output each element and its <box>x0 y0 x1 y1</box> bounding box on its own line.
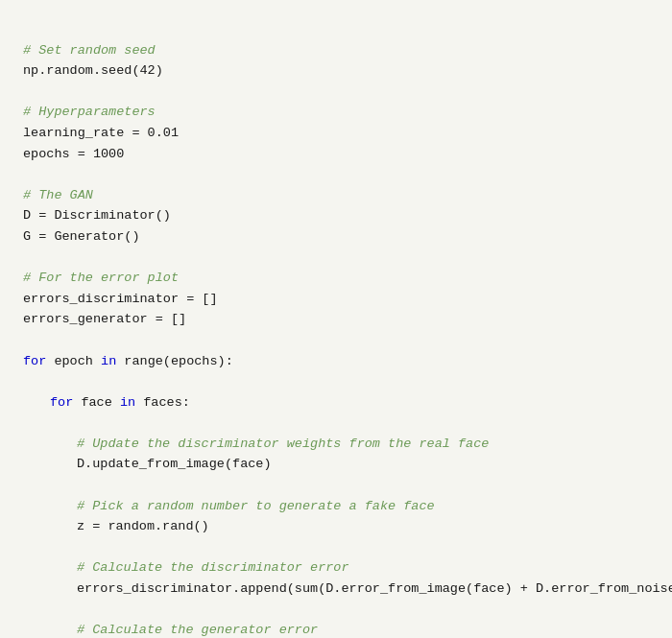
comment-text: # Calculate the generator error <box>77 623 318 637</box>
comment-text: # Calculate the discriminator error <box>77 560 349 575</box>
code-line: # Calculate the discriminator error <box>23 557 649 579</box>
code-line <box>23 248 649 269</box>
keyword-line: for epoch in range(epochs): <box>23 354 233 368</box>
code-line: D = Discriminator() <box>23 205 649 226</box>
code-line: errors_discriminator.append(sum(D.error_… <box>23 579 649 600</box>
code-line: epochs = 1000 <box>23 144 649 165</box>
normal-text: epochs = 1000 <box>23 147 124 161</box>
code-editor: # Set random seednp.random.seed(42) # Hy… <box>23 19 649 638</box>
normal-text: z = random.rand() <box>77 519 209 533</box>
normal-text: D = Discriminator() <box>23 208 171 223</box>
code-line <box>23 164 649 185</box>
code-line <box>23 413 649 434</box>
code-line: # The GAN <box>23 185 649 206</box>
code-line <box>23 537 649 558</box>
normal-text: learning_rate = 0.01 <box>23 126 179 140</box>
keyword-for: for <box>50 395 73 410</box>
code-line: np.random.seed(42) <box>23 60 649 82</box>
keyword-for: for <box>23 354 46 368</box>
keyword-line: for face in faces: <box>50 395 190 410</box>
code-line: errors_generator = [] <box>23 309 649 330</box>
code-line: learning_rate = 0.01 <box>23 123 649 144</box>
normal-text: errors_discriminator.append(sum(D.error_… <box>77 581 672 596</box>
comment-text: # Hyperparameters <box>23 105 156 119</box>
code-line: # Set random seed <box>23 40 649 61</box>
normal-text: errors_discriminator = [] <box>23 292 218 306</box>
code-line <box>23 371 649 392</box>
code-line: # Pick a random number to generate a fak… <box>23 496 649 517</box>
normal-text: G = Generator() <box>23 229 140 244</box>
comment-text: # Update the discriminator weights from … <box>77 437 489 451</box>
comment-text: # Pick a random number to generate a fak… <box>77 499 435 513</box>
normal-text: np.random.seed(42) <box>23 63 163 78</box>
keyword-in: in <box>101 354 116 368</box>
code-line: # Hyperparameters <box>23 102 649 123</box>
comment-text: # Set random seed <box>23 43 156 58</box>
normal-text: errors_generator = [] <box>23 312 186 326</box>
code-line: errors_discriminator = [] <box>23 289 649 310</box>
code-line <box>23 600 649 621</box>
code-line: for face in faces: <box>23 392 649 414</box>
code-line <box>23 82 649 103</box>
code-line: D.update_from_image(face) <box>23 454 649 475</box>
keyword-in: in <box>120 395 135 410</box>
code-line: # Calculate the generator error <box>23 620 649 638</box>
code-line: # Update the discriminator weights from … <box>23 434 649 455</box>
comment-text: # For the error plot <box>23 271 179 285</box>
code-line: G = Generator() <box>23 226 649 248</box>
code-line: for epoch in range(epochs): <box>23 351 649 372</box>
comment-text: # The GAN <box>23 188 93 202</box>
code-line <box>23 330 649 351</box>
code-line: # For the error plot <box>23 268 649 289</box>
normal-text: D.update_from_image(face) <box>77 457 272 471</box>
code-line <box>23 475 649 496</box>
code-line: z = random.rand() <box>23 516 649 537</box>
